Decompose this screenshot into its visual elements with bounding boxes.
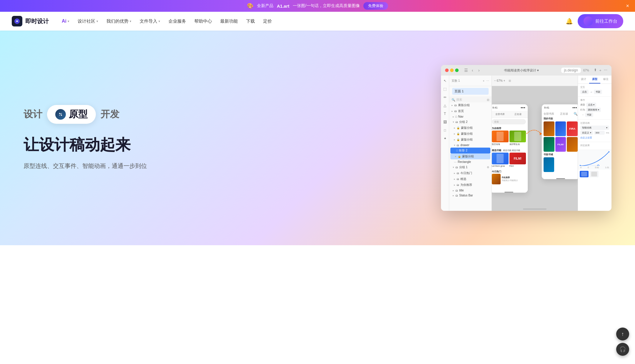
trending-item-text: 书名推荐 书籍简介书籍简介 [502, 176, 526, 182]
add-page-icon[interactable]: ＋ [482, 79, 485, 83]
event-type-select[interactable]: 点击 ▾ [586, 103, 596, 107]
tree-item[interactable]: ▸□Nav [449, 114, 492, 119]
phone-tab-home: 全部书库 [492, 113, 508, 116]
book-cover-2 [509, 131, 526, 142]
more-icon[interactable]: ⋯ [604, 68, 607, 73]
shape-tool-icon[interactable]: △ [442, 103, 448, 108]
rect-tool-icon[interactable]: □ [442, 127, 448, 133]
image-tool-icon[interactable]: 🖼 [442, 119, 448, 125]
tree-item[interactable]: —Rectangle [449, 159, 492, 164]
canvas-zoom-controls: − 67% + [494, 79, 505, 82]
tree-item[interactable]: ▸🗂今日热门 [449, 170, 492, 176]
tree-item[interactable]: ▾🗂分组 1⚙ [449, 164, 492, 170]
interaction-arrow: → [590, 90, 593, 93]
text-tool-icon[interactable]: T [442, 111, 448, 117]
event-type-chevron: ▾ [593, 103, 594, 106]
tree-item[interactable]: ▸🔒蒙版分组 [449, 131, 492, 137]
hero-title: 让设计稿动起来 [24, 136, 176, 154]
shelf-book-3: FIRA [567, 121, 578, 136]
tree-item[interactable]: ▸🔒蒙版分组 [449, 125, 492, 131]
preset-btn-1[interactable] [580, 171, 589, 177]
canvas-scrollbar[interactable] [523, 208, 547, 210]
nav-item-help[interactable]: 帮助中心 [191, 16, 215, 26]
tree-item[interactable]: ▸🔒蒙版分组 [449, 137, 492, 143]
more-pages-icon[interactable]: ⋯ [486, 79, 489, 82]
forward-icon[interactable]: › [476, 68, 482, 73]
shelf-book-2 [555, 121, 566, 136]
hero-section: 设计 原型 开发 让设计稿动起来 原型连线、交互事件、智能动画，通通一步到位 [0, 31, 635, 245]
pen-tool-icon[interactable]: ✏ [442, 94, 448, 100]
page-item[interactable]: 页面 1 [452, 88, 489, 95]
goto-workspace-label: 前往工作台 [595, 19, 617, 24]
tree-item[interactable]: ▾🗂分组 2 [449, 119, 492, 125]
top-banner: 🎨 全新产品 A1.art 一张图/一句话，立即生成高质量图像 免费体验 × [0, 0, 635, 12]
curve-label-0: 0 [580, 166, 581, 168]
canvas-area[interactable]: − 67% + ⊞ 9:41 ●●● 全部书库 [492, 76, 578, 211]
nav-item-advantages[interactable]: 我们的优势 ▾ [103, 16, 135, 26]
banner-cta-button[interactable]: 免费体验 [363, 2, 388, 10]
add-icon[interactable]: ＋ [599, 68, 602, 73]
notification-bell-icon[interactable]: 🔔 [566, 18, 573, 25]
duration-row: 自定义 ▾ 300 ms [580, 131, 609, 135]
svg-point-1 [16, 21, 18, 22]
tree-item[interactable]: ▸🗂精选 [449, 176, 492, 182]
canvas-toolbar: − 67% + ⊞ [492, 76, 578, 86]
goto-workspace-button[interactable]: 前往工作台 [578, 14, 623, 28]
nav-help-label: 帮助中心 [194, 19, 212, 24]
tree-item[interactable]: ▾🗂drawer [449, 143, 492, 148]
hero-right: ☰ ‹ › 书籍阅读类小程序设计 ▾ js.design 67% ⬆ ＋ ⋯ [176, 65, 611, 211]
filter-icon[interactable]: ⊟ [487, 98, 489, 101]
logo[interactable]: 即时设计 [12, 16, 49, 26]
book-card-4: FILM! Film! [509, 153, 526, 168]
tree-item[interactable]: ▸🗂为你推荐 [449, 182, 492, 188]
nav-item-enterprise[interactable]: 企业服务 [165, 16, 190, 26]
easing-select[interactable]: 自定义 ▾ [580, 131, 593, 135]
hero-tab-prototype-label: 原型 [69, 108, 88, 121]
tree-item[interactable]: ▸🗂title [449, 188, 492, 193]
zoom-level: 67% [583, 69, 589, 72]
duration-input[interactable]: 300 [594, 131, 605, 135]
phone-nav-tabs-1: 全部书库 正在读 [492, 111, 528, 118]
nav-item-ai[interactable]: Ai ▾ [58, 16, 73, 26]
banner-close-button[interactable]: × [626, 3, 629, 9]
custom-settings-link[interactable]: 自定义设置 [580, 136, 592, 139]
panel-tab-prototype[interactable]: 原型 [589, 76, 600, 84]
panel-tab-annotation[interactable]: 标注 [600, 76, 611, 84]
search-icon: 🔍 [452, 98, 455, 101]
phone-bottom-nav-2 [542, 173, 578, 179]
tree-item-selected[interactable]: ▸🔒蒙版分组 [450, 153, 490, 159]
phone-header-left: 全部书库 [544, 112, 554, 116]
tree-item[interactable]: ▸🗂Status Bar [449, 193, 492, 198]
share-icon[interactable]: ⬆ [594, 68, 597, 73]
target-label: 书架 [585, 113, 593, 117]
move-tool-icon[interactable]: ↖ [442, 78, 448, 84]
nav-item-pricing[interactable]: 定价 [260, 16, 275, 26]
nav-ai-label: Ai [62, 19, 66, 24]
action-select[interactable]: 跳转画布 ▾ [586, 108, 601, 112]
design-tab-label: 设计 [581, 77, 586, 81]
nav-item-latest[interactable]: 最新功能 [217, 16, 241, 26]
book-title-3: Let them grow [492, 164, 509, 168]
tree-item-active[interactable]: □矩形 2 [450, 148, 490, 153]
phone-search-1: 搜索 [492, 119, 526, 124]
animation-type-select[interactable]: 智能动画 ▾ [580, 126, 609, 130]
nav-item-download[interactable]: 下载 [243, 16, 258, 26]
sidebar-toggle-icon[interactable]: ☰ [463, 68, 469, 73]
nav-item-file-import[interactable]: 文件导入 ▾ [136, 16, 164, 26]
frame-tool-icon[interactable]: ⬚ [442, 86, 448, 92]
panel-tab-design[interactable]: 设计 [578, 76, 589, 84]
bezier-curve-container: 0 0 0.62 1.01 [578, 150, 611, 170]
nav-download-label: 下载 [246, 19, 255, 24]
nav-enterprise-label: 企业服务 [168, 19, 186, 24]
tree-item[interactable]: ▸🗂首页 [449, 108, 492, 114]
canvas-ruler-toggle[interactable]: ⊞ [509, 79, 511, 82]
hero-tab-prototype-active[interactable]: 原型 [47, 105, 96, 124]
nav-item-design-community[interactable]: 设计社区 ▾ [74, 16, 102, 26]
tree-item[interactable]: ▸🗂果陈分组 [449, 102, 492, 108]
nav-advantages-chevron: ▾ [130, 19, 131, 23]
nav-file-import-chevron: ▾ [158, 19, 160, 23]
back-icon[interactable]: ‹ [470, 68, 475, 73]
component-tool-icon[interactable]: ✦ [442, 136, 448, 141]
event-type-row: 类型 点击 ▾ [580, 103, 609, 107]
preset-btn-2[interactable] [590, 171, 599, 177]
